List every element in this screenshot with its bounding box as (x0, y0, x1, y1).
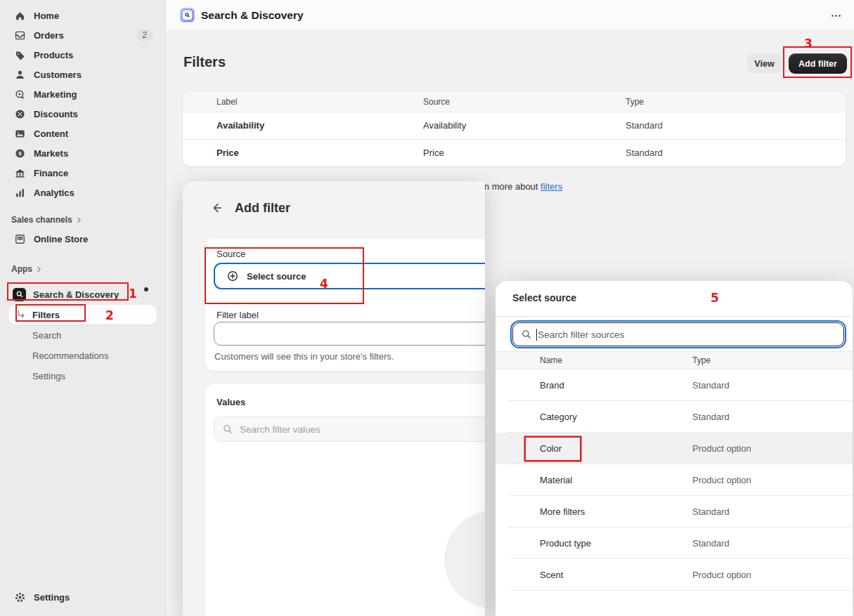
add-filter-button[interactable]: Add filter (789, 53, 847, 74)
filters-table: Label Source Type Availability Availabil… (183, 91, 846, 166)
filter-table-row[interactable]: Price Price Standard (183, 140, 846, 167)
customers-icon (13, 67, 27, 81)
sidebar-nav-item[interactable]: Home (7, 6, 158, 25)
sidebar-item-search-discovery[interactable]: Search & Discovery (7, 284, 158, 304)
filter-label-input[interactable] (214, 322, 485, 346)
source-name: Category (540, 406, 585, 428)
row-source: Price (423, 148, 626, 158)
sidebar-section-apps[interactable]: Apps (11, 261, 154, 277)
nav-item-label: Products (34, 50, 73, 60)
app-item-label: Search & Discovery (33, 289, 119, 300)
source-type: Standard (692, 506, 853, 517)
empty-state-illustration (444, 511, 485, 609)
values-search-placeholder: Search filter values (240, 424, 321, 435)
sidebar-nav-item[interactable]: Marketing (7, 84, 158, 104)
row-source: Availability (423, 120, 626, 131)
sidebar-nav-item[interactable]: Finance (7, 163, 158, 183)
row-label: Price (216, 148, 239, 158)
svg-text:$: $ (18, 150, 22, 157)
home-icon (13, 8, 27, 22)
subitem-label: Recommendations (32, 350, 108, 361)
source-row[interactable]: Category Standard (496, 401, 853, 433)
filters-item-label: Filters (32, 310, 60, 320)
sidebar-item-filters[interactable]: Filters (8, 305, 157, 325)
filters-help-link[interactable]: filters (541, 181, 562, 192)
source-name: Color (526, 438, 580, 460)
search-discovery-app-icon (180, 8, 195, 22)
sidebar-app-subitem[interactable]: Search (8, 325, 157, 345)
source-row[interactable]: More filters Standard (496, 496, 853, 527)
nav-item-label: Markets (34, 148, 68, 159)
source-search-input[interactable]: Search filter sources (512, 322, 844, 346)
source-row[interactable]: Brand Standard (496, 369, 853, 401)
gear-icon (13, 590, 27, 604)
analytics-icon (13, 185, 27, 199)
finance-icon (13, 166, 27, 180)
nav-item-label: Analytics (34, 188, 75, 198)
dots-menu-icon (830, 10, 842, 22)
source-row[interactable]: Scent Product option (496, 559, 853, 591)
products-icon (13, 48, 27, 62)
plus-circle-icon (226, 270, 239, 282)
sidebar-nav-item[interactable]: Content (7, 124, 158, 143)
source-name: Product type (540, 532, 600, 555)
source-type: Product option (692, 475, 853, 485)
values-search-input[interactable]: Search filter values (214, 417, 485, 442)
modal-title: Add filter (235, 201, 290, 216)
source-type: Product option (692, 570, 853, 580)
nav-item-label: Home (34, 11, 59, 21)
nav-item-label: Finance (34, 168, 68, 178)
source-name: Scent (540, 564, 571, 586)
content-icon (13, 126, 27, 140)
source-search-placeholder: Search filter sources (538, 329, 624, 340)
view-button[interactable]: View (747, 54, 782, 73)
sidebar: Home Orders 2 Products (0, 0, 166, 616)
chevron-right-icon (35, 266, 43, 273)
source-type: Standard (692, 412, 853, 422)
divider (496, 316, 853, 317)
source-name: Brand (540, 374, 573, 397)
sidebar-nav-item[interactable]: Customers (7, 65, 158, 84)
source-label: Source (216, 249, 245, 259)
subnav-arrow-icon (15, 309, 27, 320)
column-label: Label (183, 97, 423, 107)
chevron-right-icon (75, 216, 83, 224)
row-type: Standard (626, 148, 846, 158)
nav-item-label: Discounts (34, 109, 78, 119)
text-cursor (536, 329, 537, 341)
sidebar-nav-item[interactable]: Orders 2 (7, 25, 158, 45)
back-arrow-icon[interactable] (211, 202, 225, 216)
orders-icon (13, 28, 27, 42)
source-row[interactable]: Color Product option (496, 433, 853, 464)
sidebar-item-settings[interactable]: Settings (7, 587, 158, 607)
nav-item-label: Marketing (34, 89, 77, 100)
nav-item-label: Content (34, 129, 68, 139)
sidebar-item-online-store[interactable]: Online Store (7, 229, 158, 249)
source-type: Standard (692, 380, 853, 391)
source-name: More filters (540, 501, 593, 523)
sidebar-app-subitem[interactable]: Settings (8, 366, 157, 386)
filter-table-row[interactable]: Availability Availability Standard (183, 112, 846, 140)
source-table-header: Name Type (496, 351, 853, 369)
column-type: Type (626, 97, 846, 107)
storefront-icon (13, 232, 27, 246)
markets-icon: $ (13, 146, 27, 160)
sidebar-nav-item[interactable]: $ Markets (7, 143, 158, 163)
values-label: Values (216, 397, 245, 407)
nav-item-label: Orders (34, 30, 64, 41)
row-type: Standard (626, 120, 846, 131)
sidebar-nav-item[interactable]: Analytics (7, 183, 158, 202)
sidebar-app-subitem[interactable]: Recommendations (8, 346, 157, 365)
sidebar-nav-item[interactable]: Discounts (7, 104, 158, 124)
source-row[interactable]: Product type Standard (496, 527, 853, 559)
nav-item-badge: 2 (136, 30, 153, 41)
page-title: Filters (183, 54, 226, 70)
sidebar-nav-item[interactable]: Products (7, 45, 158, 65)
select-source-button[interactable]: Select source (214, 263, 485, 289)
filter-label-label: Filter label (216, 310, 259, 320)
more-options-button[interactable] (827, 8, 845, 22)
search-icon (521, 329, 532, 340)
sidebar-section-sales-channels[interactable]: Sales channels (11, 212, 154, 228)
source-row[interactable]: Material Product option (496, 464, 853, 496)
source-type: Product option (692, 443, 853, 454)
